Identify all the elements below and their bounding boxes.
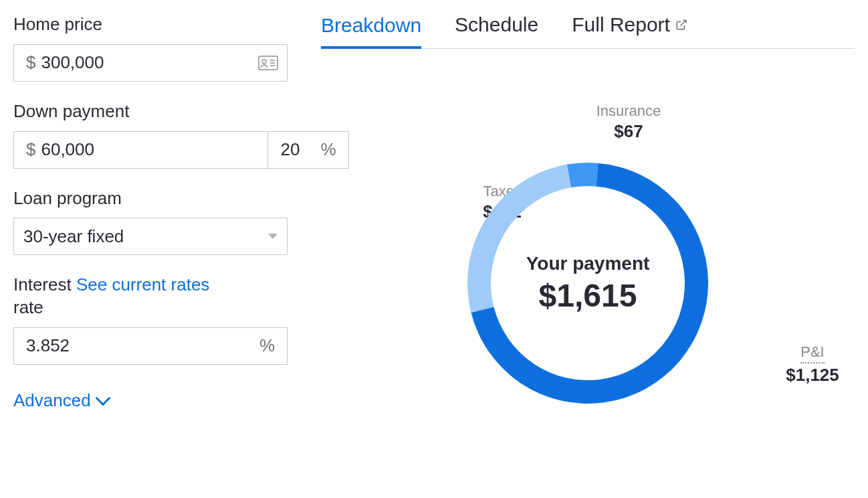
dollar-prefix: $ — [23, 139, 38, 160]
donut-title: Your payment — [526, 253, 650, 274]
home-price-label: Home price — [13, 13, 288, 36]
advanced-label: Advanced — [13, 390, 91, 411]
loan-program-field: Loan program 30-year fixed — [13, 187, 288, 256]
down-payment-field: Down payment $ % — [13, 100, 288, 169]
percent-suffix: % — [257, 335, 278, 356]
payment-chart: Insurance $67 Taxes $422 P&I $1,125 Your… — [321, 102, 855, 477]
slice-value-pi: $1,125 — [782, 365, 843, 386]
chevron-down-icon — [95, 391, 110, 406]
slice-label-insurance: Insurance $67 — [575, 102, 682, 142]
donut-chart: Your payment $1,615 — [461, 156, 715, 410]
donut-total: $1,615 — [539, 277, 637, 314]
interest-rate-field: Interest See current ratesrate % — [13, 274, 288, 365]
svg-point-1 — [262, 60, 266, 64]
slice-label-pi: P&I $1,125 — [782, 343, 843, 386]
interest-rate-label: Interest See current ratesrate — [13, 274, 288, 319]
interest-rate-input-wrap[interactable]: % — [13, 327, 288, 365]
dollar-prefix: $ — [23, 52, 38, 73]
home-price-field: Home price $ — [13, 13, 288, 82]
tabs: Breakdown Schedule Full Report — [321, 13, 855, 49]
form-column: Home price $ Down payment — [13, 13, 288, 477]
tab-full-report-label: Full Report — [572, 13, 670, 36]
see-current-rates-link[interactable]: See current rates — [76, 274, 209, 295]
down-payment-pct-input[interactable] — [278, 139, 318, 160]
down-payment-amount-wrap[interactable]: $ — [13, 131, 267, 169]
loan-program-value: 30-year fixed — [23, 226, 124, 247]
loan-program-select[interactable]: 30-year fixed — [13, 218, 288, 255]
home-price-input[interactable] — [38, 52, 258, 73]
tab-breakdown[interactable]: Breakdown — [321, 14, 421, 49]
slice-value-insurance: $67 — [575, 121, 682, 142]
external-link-icon — [675, 19, 687, 31]
interest-rate-input[interactable] — [23, 335, 257, 356]
down-payment-label: Down payment — [13, 100, 288, 123]
contact-card-icon — [258, 56, 278, 70]
tab-full-report[interactable]: Full Report — [572, 13, 687, 48]
advanced-toggle[interactable]: Advanced — [13, 390, 108, 411]
results-column: Breakdown Schedule Full Report Insurance… — [321, 13, 855, 477]
home-price-input-wrap[interactable]: $ — [13, 44, 288, 82]
loan-program-label: Loan program — [13, 187, 288, 210]
tab-schedule[interactable]: Schedule — [455, 13, 538, 48]
svg-line-5 — [680, 20, 685, 25]
slice-name-pi: P&I — [800, 343, 824, 363]
slice-name-insurance: Insurance — [575, 102, 682, 120]
caret-down-icon — [268, 234, 278, 239]
donut-center: Your payment $1,615 — [461, 156, 715, 410]
down-payment-amount-input[interactable] — [38, 139, 258, 160]
